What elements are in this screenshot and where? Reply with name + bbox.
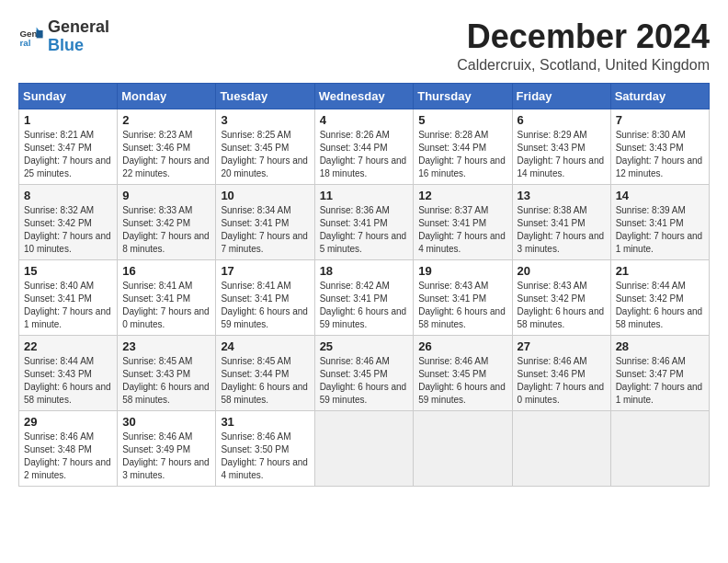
day-info: Sunrise: 8:36 AMSunset: 3:41 PMDaylight:… [320,204,409,256]
day-info: Sunrise: 8:32 AMSunset: 3:42 PMDaylight:… [24,204,112,256]
empty-day-cell [314,410,414,486]
day-info: Sunrise: 8:21 AMSunset: 3:47 PMDaylight:… [24,129,112,180]
day-number: 20 [518,264,606,278]
day-number: 4 [320,113,409,127]
day-cell: 14Sunrise: 8:39 AMSunset: 3:41 PMDayligh… [610,184,709,259]
calendar-week-row: 8Sunrise: 8:32 AMSunset: 3:42 PMDaylight… [19,184,710,259]
day-number: 9 [122,189,210,202]
day-cell: 22Sunrise: 8:44 AMSunset: 3:43 PMDayligh… [19,335,118,410]
day-info: Sunrise: 8:33 AMSunset: 3:42 PMDaylight:… [122,204,210,256]
day-cell: 12Sunrise: 8:37 AMSunset: 3:41 PMDayligh… [414,184,512,259]
day-cell: 31Sunrise: 8:46 AMSunset: 3:50 PMDayligh… [216,410,314,486]
day-info: Sunrise: 8:28 AMSunset: 3:44 PMDaylight:… [418,129,506,180]
day-info: Sunrise: 8:46 AMSunset: 3:47 PMDaylight:… [616,355,704,407]
day-cell: 23Sunrise: 8:45 AMSunset: 3:43 PMDayligh… [118,335,216,410]
logo-icon: Gene ral [18,24,44,50]
day-info: Sunrise: 8:41 AMSunset: 3:41 PMDaylight:… [221,280,309,331]
day-info: Sunrise: 8:44 AMSunset: 3:43 PMDaylight:… [24,355,112,407]
day-info: Sunrise: 8:30 AMSunset: 3:43 PMDaylight:… [616,129,704,180]
day-number: 26 [418,339,506,353]
day-cell: 26Sunrise: 8:46 AMSunset: 3:45 PMDayligh… [414,335,512,410]
day-number: 24 [221,339,309,353]
day-cell: 21Sunrise: 8:44 AMSunset: 3:42 PMDayligh… [610,259,709,335]
day-number: 17 [221,264,309,278]
empty-day-cell [610,410,709,486]
day-number: 14 [616,189,704,202]
weekday-header-friday: Friday [512,83,610,109]
day-number: 2 [122,113,210,127]
day-cell: 29Sunrise: 8:46 AMSunset: 3:48 PMDayligh… [19,410,118,486]
day-cell: 17Sunrise: 8:41 AMSunset: 3:41 PMDayligh… [216,259,314,335]
day-number: 8 [24,189,112,202]
logo-line2: Blue [48,37,109,55]
day-info: Sunrise: 8:29 AMSunset: 3:43 PMDaylight:… [518,129,606,180]
day-number: 15 [24,264,112,278]
day-cell: 1Sunrise: 8:21 AMSunset: 3:47 PMDaylight… [19,109,118,184]
calendar-week-row: 15Sunrise: 8:40 AMSunset: 3:41 PMDayligh… [19,259,710,335]
day-cell: 15Sunrise: 8:40 AMSunset: 3:41 PMDayligh… [19,259,118,335]
day-cell: 19Sunrise: 8:43 AMSunset: 3:41 PMDayligh… [414,259,512,335]
day-cell: 20Sunrise: 8:43 AMSunset: 3:42 PMDayligh… [512,259,610,335]
calendar-week-row: 1Sunrise: 8:21 AMSunset: 3:47 PMDaylight… [19,109,710,184]
day-info: Sunrise: 8:38 AMSunset: 3:41 PMDaylight:… [518,204,606,256]
day-number: 11 [320,189,409,202]
day-cell: 18Sunrise: 8:42 AMSunset: 3:41 PMDayligh… [314,259,414,335]
day-number: 29 [24,415,112,429]
calendar-week-row: 29Sunrise: 8:46 AMSunset: 3:48 PMDayligh… [19,410,710,486]
day-cell: 25Sunrise: 8:46 AMSunset: 3:45 PMDayligh… [314,335,414,410]
weekday-header-tuesday: Tuesday [216,83,314,109]
day-info: Sunrise: 8:45 AMSunset: 3:43 PMDaylight:… [122,355,210,407]
day-cell: 10Sunrise: 8:34 AMSunset: 3:41 PMDayligh… [216,184,314,259]
day-info: Sunrise: 8:45 AMSunset: 3:44 PMDaylight:… [221,355,309,407]
logo-text: General Blue [48,18,109,55]
day-cell: 11Sunrise: 8:36 AMSunset: 3:41 PMDayligh… [314,184,414,259]
day-cell: 30Sunrise: 8:46 AMSunset: 3:49 PMDayligh… [118,410,216,486]
month-title: December 2024 [457,18,710,55]
weekday-header-row: SundayMondayTuesdayWednesdayThursdayFrid… [19,83,710,109]
day-info: Sunrise: 8:42 AMSunset: 3:41 PMDaylight:… [320,280,409,331]
day-number: 1 [24,113,112,127]
day-info: Sunrise: 8:41 AMSunset: 3:41 PMDaylight:… [122,280,210,331]
day-info: Sunrise: 8:46 AMSunset: 3:48 PMDaylight:… [24,431,112,482]
day-info: Sunrise: 8:34 AMSunset: 3:41 PMDaylight:… [221,204,309,256]
empty-day-cell [512,410,610,486]
day-info: Sunrise: 8:46 AMSunset: 3:46 PMDaylight:… [518,355,606,407]
day-cell: 24Sunrise: 8:45 AMSunset: 3:44 PMDayligh… [216,335,314,410]
day-cell: 9Sunrise: 8:33 AMSunset: 3:42 PMDaylight… [118,184,216,259]
weekday-header-monday: Monday [118,83,216,109]
day-cell: 2Sunrise: 8:23 AMSunset: 3:46 PMDaylight… [118,109,216,184]
day-cell: 16Sunrise: 8:41 AMSunset: 3:41 PMDayligh… [118,259,216,335]
day-number: 7 [616,113,704,127]
page-header: Gene ral General Blue December 2024 Cald… [18,18,710,74]
day-cell: 13Sunrise: 8:38 AMSunset: 3:41 PMDayligh… [512,184,610,259]
day-cell: 3Sunrise: 8:25 AMSunset: 3:45 PMDaylight… [216,109,314,184]
day-number: 6 [518,113,606,127]
day-cell: 8Sunrise: 8:32 AMSunset: 3:42 PMDaylight… [19,184,118,259]
day-number: 31 [221,415,309,429]
day-info: Sunrise: 8:43 AMSunset: 3:41 PMDaylight:… [418,280,506,331]
day-info: Sunrise: 8:23 AMSunset: 3:46 PMDaylight:… [122,129,210,180]
day-info: Sunrise: 8:46 AMSunset: 3:45 PMDaylight:… [320,355,409,407]
day-info: Sunrise: 8:39 AMSunset: 3:41 PMDaylight:… [616,204,704,256]
day-number: 30 [122,415,210,429]
day-number: 23 [122,339,210,353]
svg-text:ral: ral [19,38,30,48]
day-info: Sunrise: 8:46 AMSunset: 3:49 PMDaylight:… [122,431,210,482]
day-info: Sunrise: 8:25 AMSunset: 3:45 PMDaylight:… [221,129,309,180]
day-number: 25 [320,339,409,353]
day-number: 12 [418,189,506,202]
day-cell: 6Sunrise: 8:29 AMSunset: 3:43 PMDaylight… [512,109,610,184]
day-info: Sunrise: 8:46 AMSunset: 3:50 PMDaylight:… [221,431,309,482]
logo-line1: General [48,18,109,37]
location: Caldercruix, Scotland, United Kingdom [457,57,710,74]
weekday-header-sunday: Sunday [19,83,118,109]
day-number: 28 [616,339,704,353]
day-cell: 7Sunrise: 8:30 AMSunset: 3:43 PMDaylight… [610,109,709,184]
day-number: 16 [122,264,210,278]
empty-day-cell [414,410,512,486]
day-info: Sunrise: 8:26 AMSunset: 3:44 PMDaylight:… [320,129,409,180]
day-cell: 28Sunrise: 8:46 AMSunset: 3:47 PMDayligh… [610,335,709,410]
day-info: Sunrise: 8:46 AMSunset: 3:45 PMDaylight:… [418,355,506,407]
day-info: Sunrise: 8:40 AMSunset: 3:41 PMDaylight:… [24,280,112,331]
day-number: 27 [518,339,606,353]
